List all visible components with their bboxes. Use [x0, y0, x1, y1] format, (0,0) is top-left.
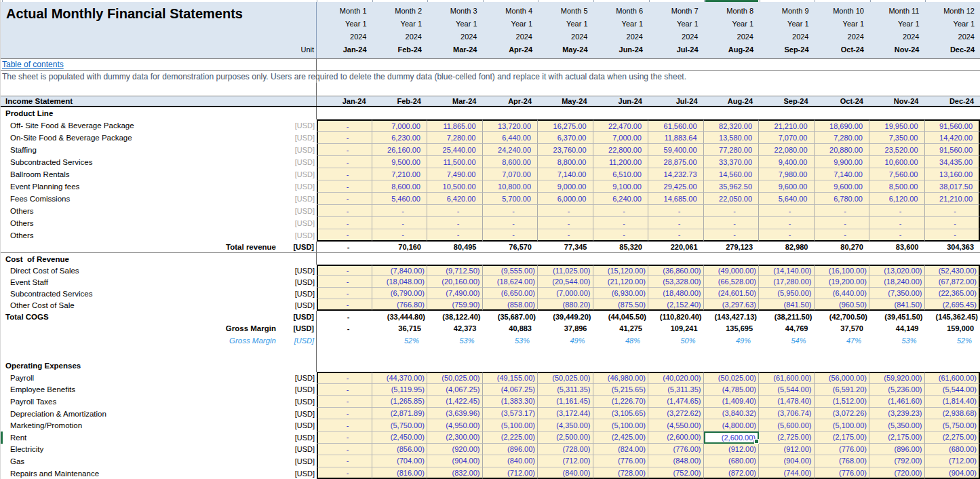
table-of-contents-link[interactable]: Table of contents — [1, 59, 276, 70]
value-cell[interactable]: (840.00) — [538, 467, 593, 479]
section-header-product_line[interactable]: Product Line — [1, 107, 276, 119]
row-label[interactable]: Repairs and Maintenance — [1, 467, 276, 479]
value-cell[interactable]: 7,140.00 — [815, 168, 870, 180]
value-cell[interactable]: 82,320.00 — [704, 119, 760, 132]
value-cell[interactable]: (18,624.00) — [483, 276, 538, 288]
value-cell[interactable]: (5,350.00) — [869, 419, 925, 432]
value-cell[interactable]: - — [427, 205, 483, 217]
value-cell[interactable]: 220,061 — [648, 242, 704, 252]
value-cell[interactable]: (816.00) — [372, 467, 428, 479]
value-cell[interactable]: (5,600.00) — [759, 419, 815, 432]
row-label[interactable]: Payroll — [1, 372, 276, 384]
value-cell[interactable]: 20,880.00 — [815, 144, 870, 156]
value-cell[interactable]: 54% — [759, 334, 815, 347]
value-cell[interactable]: - — [869, 229, 925, 242]
value-cell[interactable]: 53% — [483, 334, 538, 347]
value-cell[interactable]: (46,980.00) — [593, 372, 649, 384]
unit-cell[interactable] — [276, 59, 317, 70]
date-header-cell[interactable]: Apr-24 — [483, 96, 538, 106]
value-cell[interactable]: 6,370.00 — [538, 132, 593, 144]
value-cell[interactable]: (39,451.50) — [869, 311, 925, 322]
unit-cell[interactable]: [USD] — [276, 455, 317, 467]
value-cell[interactable]: (3,272.62) — [648, 408, 704, 420]
value-cell[interactable]: - — [704, 229, 760, 242]
unit-cell[interactable]: [USD] — [276, 205, 317, 217]
unit-cell[interactable]: [USD] — [276, 311, 317, 322]
value-cell[interactable]: (904.00) — [925, 467, 980, 479]
value-cell[interactable]: (4,785.00) — [704, 384, 760, 396]
value-cell[interactable]: (1,226.70) — [593, 396, 649, 408]
value-cell[interactable]: 109,241 — [648, 322, 704, 334]
value-cell[interactable]: (712.00) — [538, 455, 593, 467]
month-header-cell[interactable]: Month 7Year 12024Jul-24 — [648, 2, 704, 58]
value-cell[interactable]: - — [593, 205, 649, 217]
unit-cell[interactable]: [USD] — [276, 242, 317, 252]
row-label[interactable]: Rent — [1, 432, 276, 444]
value-cell[interactable]: (3,072.26) — [815, 408, 870, 420]
value-cell[interactable]: 22,800.00 — [593, 144, 649, 156]
month-header-cell[interactable]: Month 4Year 12024Apr-24 — [483, 2, 538, 58]
unit-cell[interactable]: [USD] — [276, 265, 317, 276]
value-cell[interactable]: - — [317, 276, 372, 288]
value-cell[interactable]: 7,980.00 — [759, 168, 815, 180]
value-cell[interactable]: 7,070.00 — [759, 132, 815, 144]
value-cell[interactable]: 5,640.00 — [759, 193, 815, 205]
row-label[interactable]: Event Planning fees — [1, 180, 276, 193]
value-cell[interactable]: - — [704, 205, 760, 217]
value-cell[interactable]: - — [427, 217, 483, 229]
value-cell[interactable]: (22,365.00) — [925, 288, 980, 299]
value-cell[interactable]: (744.00) — [759, 467, 815, 479]
value-cell[interactable]: (759.90) — [427, 299, 483, 311]
value-cell[interactable]: 42,373 — [427, 322, 483, 334]
row-label[interactable]: Electricity — [1, 444, 276, 456]
value-cell[interactable]: (2,938.68) — [925, 408, 980, 420]
row-label[interactable]: Staffing — [1, 144, 276, 156]
value-cell[interactable]: - — [317, 467, 372, 479]
total-label-gross_margin[interactable]: Gross Margin — [1, 322, 276, 334]
unit-cell[interactable] — [276, 83, 317, 96]
unit-cell[interactable]: [USD] — [276, 334, 317, 347]
unit-cell[interactable] — [276, 107, 317, 119]
value-cell[interactable]: 16,275.00 — [538, 119, 593, 132]
value-cell[interactable]: 40,883 — [483, 322, 538, 334]
value-cell[interactable]: (875.50) — [593, 299, 649, 311]
value-cell[interactable]: (896.00) — [483, 444, 538, 456]
date-header-cell[interactable]: Feb-24 — [372, 96, 428, 106]
date-header-cell[interactable]: Oct-24 — [815, 96, 870, 106]
row-label[interactable]: Fees Comissions — [1, 193, 276, 205]
value-cell[interactable]: 7,000.00 — [593, 132, 649, 144]
value-cell[interactable]: (7,350.00) — [869, 288, 925, 299]
value-cell[interactable]: (960.50) — [815, 299, 870, 311]
value-cell[interactable]: (13,020.00) — [869, 265, 925, 276]
value-cell[interactable]: - — [483, 229, 538, 242]
value-cell[interactable]: 21,210.00 — [759, 119, 815, 132]
month-header-cell[interactable]: Month 9Year 12024Sep-24 — [759, 2, 815, 58]
value-cell[interactable]: 9,600.00 — [759, 180, 815, 193]
value-cell[interactable]: 14,685.00 — [648, 193, 704, 205]
value-cell[interactable]: (5,544.00) — [925, 384, 980, 396]
value-cell[interactable]: (145,362.45) — [925, 311, 980, 322]
value-cell[interactable]: - — [925, 217, 980, 229]
value-cell[interactable]: (840.00) — [483, 455, 538, 467]
value-cell[interactable]: (6,591.20) — [815, 384, 870, 396]
value-cell[interactable]: 61,560.00 — [648, 119, 704, 132]
value-cell[interactable]: - — [593, 229, 649, 242]
value-cell[interactable]: 7,560.00 — [869, 168, 925, 180]
value-cell[interactable]: (5,215.65) — [593, 384, 649, 396]
value-cell[interactable]: 49% — [704, 334, 760, 347]
value-cell[interactable]: 14,232.73 — [648, 168, 704, 180]
value-cell[interactable]: (1,512.00) — [815, 396, 870, 408]
value-cell[interactable]: - — [317, 432, 372, 444]
date-header-cell[interactable]: Mar-24 — [427, 96, 483, 106]
value-cell[interactable]: 11,200.00 — [593, 156, 649, 168]
value-cell[interactable]: 11,500.00 — [427, 156, 483, 168]
value-cell[interactable]: 9,900.00 — [815, 156, 870, 168]
value-cell[interactable]: (7,000.00) — [538, 288, 593, 299]
value-cell[interactable]: (20,160.00) — [427, 276, 483, 288]
value-cell[interactable]: 19,950.00 — [869, 119, 925, 132]
value-cell[interactable]: 24,240.00 — [483, 144, 538, 156]
value-cell[interactable]: - — [317, 455, 372, 467]
value-cell[interactable]: 159,000 — [925, 322, 980, 334]
value-cell[interactable]: 6,230.00 — [372, 132, 428, 144]
value-cell[interactable]: 6,420.00 — [427, 193, 483, 205]
